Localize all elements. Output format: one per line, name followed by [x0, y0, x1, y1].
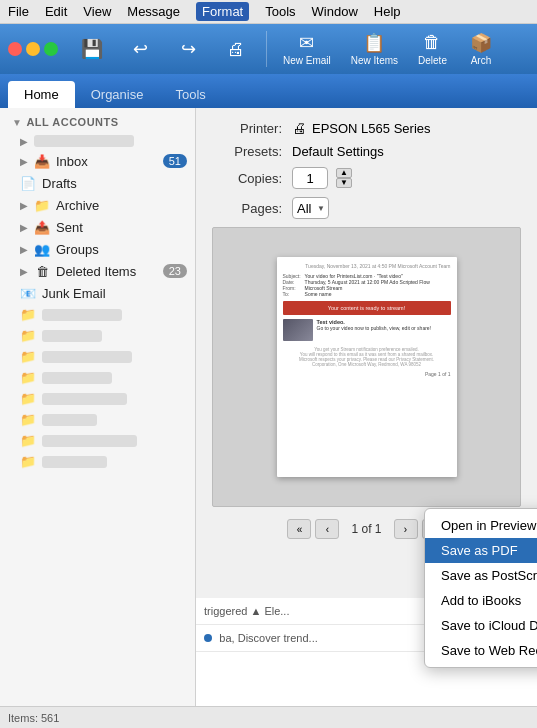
- sidebar-item-archive-label: Archive: [56, 198, 99, 213]
- copies-row: Copies: ▲ ▼: [212, 167, 521, 189]
- copies-increment-button[interactable]: ▲: [336, 168, 352, 178]
- menu-window[interactable]: Window: [312, 4, 358, 19]
- sidebar-item-drafts[interactable]: 📄 Drafts: [0, 172, 195, 194]
- sidebar-item-groups[interactable]: ▶ 👥 Groups: [0, 238, 195, 260]
- print-icon: 🖨: [224, 39, 248, 59]
- next-page-button[interactable]: ›: [394, 519, 418, 539]
- sidebar-item-junk[interactable]: 📧 Junk Email: [0, 282, 195, 304]
- menu-item-save-to-icloud[interactable]: Save to iCloud Drive: [425, 613, 537, 638]
- folder-icon: 📁: [20, 454, 36, 469]
- pages-select[interactable]: All: [292, 197, 329, 219]
- folder-icon: 📁: [20, 370, 36, 385]
- prev-page-button[interactable]: ‹: [315, 519, 339, 539]
- sidebar-item-sent[interactable]: ▶ 📤 Sent: [0, 216, 195, 238]
- first-page-button[interactable]: «: [287, 519, 311, 539]
- print-button[interactable]: 🖨: [214, 35, 258, 63]
- inbox-icon: 📥: [34, 153, 50, 169]
- preview-meta-labels: Subject: Date: From: To:: [283, 273, 301, 297]
- sent-icon: 📤: [34, 219, 50, 235]
- copies-stepper: ▲ ▼: [336, 168, 352, 188]
- archive-button[interactable]: 📦 Arch: [459, 29, 503, 70]
- sidebar-item-blurred-5: 📁: [0, 367, 195, 388]
- sidebar-item-blurred-6: 📁: [0, 388, 195, 409]
- sidebar-item-sent-label: Sent: [56, 220, 83, 235]
- sidebar-item-archive[interactable]: ▶ 📁 Archive: [0, 194, 195, 216]
- preview-meta: Subject: Date: From: To: Your video for …: [283, 273, 451, 297]
- sidebar-item-blurred-8: 📁: [0, 430, 195, 451]
- chevron-icon: ▶: [20, 266, 28, 277]
- menu-edit[interactable]: Edit: [45, 4, 67, 19]
- new-items-button[interactable]: 📋 New Items: [343, 29, 406, 70]
- chevron-icon: ▶: [20, 136, 28, 147]
- copies-input[interactable]: [292, 167, 328, 189]
- menu-item-add-to-ibooks[interactable]: Add to iBooks: [425, 588, 537, 613]
- new-items-label: New Items: [351, 55, 398, 66]
- pdf-dropdown-menu: Open in Preview Save as PDF Save as Post…: [424, 508, 537, 668]
- chevron-icon: ▶: [20, 200, 28, 211]
- drafts-icon: 📄: [20, 175, 36, 191]
- folder-icon: 📁: [20, 349, 36, 364]
- deleted-badge: 23: [163, 264, 187, 278]
- delete-button[interactable]: 🗑 Delete: [410, 29, 455, 70]
- status-text: Items: 561: [8, 712, 59, 724]
- sidebar-all-accounts-header[interactable]: ▼ All Accounts: [0, 112, 195, 132]
- menu-format[interactable]: Format: [196, 2, 249, 21]
- menu-item-save-as-pdf[interactable]: Save as PDF: [425, 538, 537, 563]
- printer-label: Printer:: [212, 121, 282, 136]
- sidebar-all-accounts-label: All Accounts: [26, 116, 118, 128]
- menu-file[interactable]: File: [8, 4, 29, 19]
- preview-page-number: Page 1 of 1: [283, 371, 451, 377]
- undo-button[interactable]: ↩: [118, 35, 162, 63]
- tab-home[interactable]: Home: [8, 81, 75, 108]
- menu-message[interactable]: Message: [127, 4, 180, 19]
- sidebar-item-deleted-label: Deleted Items: [56, 264, 136, 279]
- presets-label: Presets:: [212, 144, 282, 159]
- minimize-button[interactable]: [26, 42, 40, 56]
- menu-help[interactable]: Help: [374, 4, 401, 19]
- archive-label: Arch: [471, 55, 492, 66]
- sidebar-item-inbox[interactable]: ▶ 📥 Inbox 51: [0, 150, 195, 172]
- maximize-button[interactable]: [44, 42, 58, 56]
- sidebar-item-blurred-4: 📁: [0, 346, 195, 367]
- save-button[interactable]: 💾: [70, 35, 114, 63]
- copies-decrement-button[interactable]: ▼: [336, 178, 352, 188]
- presets-row: Presets: Default Settings: [212, 144, 521, 159]
- printer-row: Printer: 🖨 EPSON L565 Series: [212, 120, 521, 136]
- new-items-icon: 📋: [362, 33, 386, 53]
- sidebar-item-groups-label: Groups: [56, 242, 99, 257]
- blurred-label: [42, 330, 102, 342]
- preview-page: Tuesday, November 13, 2021 at 4:50 PM Mi…: [277, 257, 457, 477]
- preview-area: Tuesday, November 13, 2021 at 4:50 PM Mi…: [212, 227, 521, 507]
- menu-view[interactable]: View: [83, 4, 111, 19]
- new-email-label: New Email: [283, 55, 331, 66]
- blurred-label: [42, 435, 137, 447]
- presets-value: Default Settings: [292, 144, 384, 159]
- menu-item-open-preview[interactable]: Open in Preview: [425, 513, 537, 538]
- preview-footer: You get your Stream notification prefere…: [283, 347, 451, 367]
- new-email-icon: ✉: [295, 33, 319, 53]
- delete-icon: 🗑: [420, 33, 444, 53]
- save-icon: 💾: [80, 39, 104, 59]
- sidebar-item-blurred-1: ▶: [0, 132, 195, 150]
- tab-organise[interactable]: Organise: [75, 81, 160, 108]
- sidebar-item-blurred-9: 📁: [0, 451, 195, 472]
- folder-icon: 📁: [20, 391, 36, 406]
- email-triggered-text: triggered ▲ Ele...: [204, 605, 289, 617]
- tab-tools[interactable]: Tools: [159, 81, 221, 108]
- folder-icon: 📁: [20, 328, 36, 343]
- junk-icon: 📧: [20, 285, 36, 301]
- menu-item-save-to-web-receipts[interactable]: Save to Web Receipts: [425, 638, 537, 663]
- menu-item-save-as-postscript[interactable]: Save as PostScript: [425, 563, 537, 588]
- close-button[interactable]: [8, 42, 22, 56]
- toolbar: 💾 ↩ ↪ 🖨 ✉ New Email 📋 New Items 🗑 Delete…: [0, 24, 537, 74]
- redo-icon: ↪: [176, 39, 200, 59]
- sidebar-item-deleted[interactable]: ▶ 🗑 Deleted Items 23: [0, 260, 195, 282]
- archive-icon: 📁: [34, 197, 50, 213]
- sidebar-item-inbox-label: Inbox: [56, 154, 88, 169]
- preview-header: Tuesday, November 13, 2021 at 4:50 PM Mi…: [283, 263, 451, 269]
- menu-tools[interactable]: Tools: [265, 4, 295, 19]
- new-email-button[interactable]: ✉ New Email: [275, 29, 339, 70]
- preview-banner: Your content is ready to stream!: [283, 301, 451, 315]
- redo-button[interactable]: ↪: [166, 35, 210, 63]
- blurred-label: [42, 351, 132, 363]
